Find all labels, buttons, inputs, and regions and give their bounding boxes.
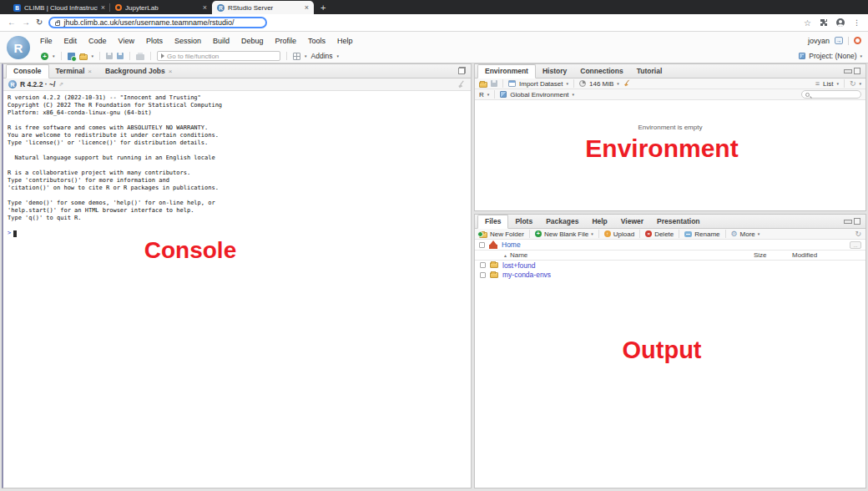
quit-session-icon[interactable] <box>854 37 861 44</box>
tab-background-jobs[interactable]: Background Jobs × <box>98 65 179 78</box>
upload-button[interactable]: ↑ Upload <box>604 230 634 238</box>
maximize-pane-icon[interactable] <box>458 67 466 74</box>
console-prompt-line[interactable]: > <box>8 230 471 237</box>
url-field[interactable]: jhub.climb.ac.uk/user/username.teamname/… <box>48 17 267 28</box>
addins-caret-icon[interactable]: ▾ <box>337 54 340 58</box>
row-checkbox[interactable] <box>480 272 486 278</box>
signout-icon[interactable]: → <box>835 37 843 44</box>
print-icon[interactable] <box>136 54 144 60</box>
import-dataset-caret-icon[interactable]: ▾ <box>566 82 568 86</box>
open-file-icon[interactable] <box>79 54 88 60</box>
tab-environment[interactable]: Environment <box>477 64 536 78</box>
refresh-files-icon[interactable]: ↻ <box>855 230 861 238</box>
table-row[interactable]: lost+found <box>475 261 865 271</box>
tab-tutorial[interactable]: Tutorial <box>630 65 669 78</box>
import-dataset-icon[interactable] <box>508 80 516 87</box>
bookmark-icon[interactable]: ☆ <box>804 18 811 28</box>
menu-code[interactable]: Code <box>88 37 107 45</box>
language-caret-icon[interactable]: ▾ <box>487 93 490 97</box>
menu-file[interactable]: File <box>40 37 53 45</box>
tab-history[interactable]: History <box>536 65 573 78</box>
save-workspace-icon[interactable] <box>491 80 497 87</box>
minimize-pane-icon[interactable] <box>844 68 850 74</box>
load-workspace-icon[interactable] <box>479 82 487 88</box>
file-name-link[interactable]: lost+found <box>502 261 535 270</box>
import-dataset-button[interactable]: Import Dataset <box>519 80 563 88</box>
url-text[interactable]: jhub.climb.ac.uk/user/username.teamname/… <box>63 18 234 27</box>
more-button[interactable]: ⚙ More ▾ <box>731 230 760 238</box>
new-tab-button[interactable]: + <box>320 3 326 14</box>
tab-presentation[interactable]: Presentation <box>650 215 707 228</box>
reload-icon[interactable]: ↻ <box>36 18 43 27</box>
tab-terminal[interactable]: Terminal × <box>49 65 98 78</box>
memory-usage-label[interactable]: 146 MiB <box>589 80 613 88</box>
menu-profile[interactable]: Profile <box>275 37 297 45</box>
open-file-caret-icon[interactable]: ▾ <box>92 54 94 58</box>
tab-close-icon[interactable]: × <box>203 3 207 12</box>
browser-tab-climb[interactable]: B CLIMB | Cloud Infrastructu × <box>8 1 110 14</box>
save-icon[interactable] <box>106 53 113 59</box>
breadcrumb-home-link[interactable]: Home <box>502 240 521 249</box>
maximize-pane-icon[interactable] <box>854 218 860 225</box>
list-view-icon[interactable]: ≡ <box>815 79 820 88</box>
column-header-name[interactable]: ▲ Name <box>475 251 754 259</box>
new-folder-button[interactable]: New Folder <box>479 230 524 238</box>
delete-button[interactable]: × Delete <box>645 230 674 238</box>
browser-tab-jupyterlab[interactable]: JupyterLab × <box>110 1 212 14</box>
goto-file-box[interactable] <box>157 51 280 61</box>
browser-tab-rstudio[interactable]: R RStudio Server × <box>212 1 314 14</box>
tab-close-icon[interactable]: × <box>101 3 105 12</box>
tab-console[interactable]: Console <box>6 64 49 78</box>
new-file-icon[interactable]: + <box>41 53 48 60</box>
tab-close-icon[interactable]: × <box>169 68 173 75</box>
menu-tools[interactable]: Tools <box>308 37 326 45</box>
project-selector[interactable]: Project: (None) ▾ <box>799 52 868 60</box>
select-all-checkbox[interactable] <box>479 242 485 248</box>
environment-search-input[interactable] <box>812 91 866 99</box>
menu-build[interactable]: Build <box>213 37 230 45</box>
goto-file-input[interactable] <box>167 53 276 60</box>
menu-debug[interactable]: Debug <box>241 37 264 45</box>
tab-close-icon[interactable]: × <box>88 68 92 75</box>
file-name-link[interactable]: my-conda-envs <box>502 271 551 279</box>
extensions-icon[interactable] <box>820 18 828 27</box>
tab-plots[interactable]: Plots <box>508 215 539 228</box>
list-view-label[interactable]: List <box>823 80 833 88</box>
console-output[interactable]: R version 4.2.2 (2022-10-31) -- "Innocen… <box>3 91 471 488</box>
new-project-icon[interactable] <box>68 53 75 60</box>
refresh-caret-icon[interactable]: ▾ <box>859 82 861 86</box>
scope-caret-icon[interactable]: ▾ <box>573 93 575 97</box>
profile-avatar[interactable] <box>836 18 845 27</box>
tab-viewer[interactable]: Viewer <box>614 215 650 228</box>
row-checkbox[interactable] <box>480 262 486 268</box>
memory-caret-icon[interactable]: ▾ <box>617 82 619 86</box>
minimize-pane-icon[interactable] <box>844 219 850 225</box>
environment-scope-selector[interactable]: Global Environment <box>510 91 568 99</box>
menu-plots[interactable]: Plots <box>146 37 163 45</box>
path-options-button[interactable]: ... <box>850 241 861 249</box>
menu-edit[interactable]: Edit <box>64 37 78 45</box>
pane-layout-icon[interactable] <box>293 53 300 60</box>
forward-icon[interactable]: → <box>22 18 30 27</box>
browser-menu-icon[interactable]: ⋮ <box>853 18 860 27</box>
tab-files[interactable]: Files <box>477 215 508 229</box>
refresh-environment-icon[interactable]: ↻ <box>850 79 856 88</box>
tab-close-icon[interactable]: × <box>305 3 309 12</box>
memory-usage-icon[interactable] <box>579 80 586 87</box>
rename-button[interactable]: Rename <box>684 230 719 238</box>
clear-console-icon[interactable] <box>457 80 466 89</box>
addins-button[interactable]: Addins <box>311 52 333 60</box>
new-file-caret-icon[interactable]: ▾ <box>53 54 55 58</box>
pane-layout-caret-icon[interactable]: ▾ <box>305 54 307 58</box>
maximize-pane-icon[interactable] <box>854 68 860 74</box>
menu-help[interactable]: Help <box>337 37 353 45</box>
tab-packages[interactable]: Packages <box>539 215 585 228</box>
menu-session[interactable]: Session <box>174 37 201 45</box>
menu-view[interactable]: View <box>119 37 134 45</box>
tab-help[interactable]: Help <box>585 215 613 228</box>
environment-search-box[interactable] <box>801 90 861 99</box>
column-header-size[interactable]: Size <box>754 251 792 259</box>
list-view-caret-icon[interactable]: ▾ <box>836 82 839 86</box>
save-all-icon[interactable] <box>117 53 124 59</box>
tab-connections[interactable]: Connections <box>573 65 629 78</box>
